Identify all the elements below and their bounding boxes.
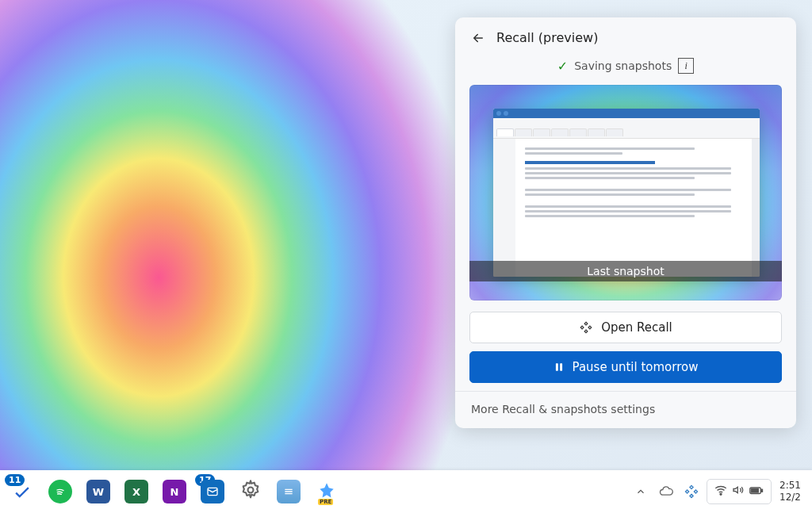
snapshot-window-thumbnail [493,109,760,277]
svg-rect-1 [560,363,562,370]
svg-point-3 [248,488,254,493]
taskbar-word[interactable]: W [81,474,116,509]
copilot-pre-tag: PRE [318,499,333,505]
snapshot-preview[interactable]: Last snapshot [469,85,782,301]
pause-label: Pause until tomorrow [573,360,699,374]
taskbar-copilot[interactable]: PRE [309,474,344,509]
tray-overflow-chevron[interactable] [629,474,653,509]
flyout-header: Recall (preview) [455,30,796,56]
clock-time: 2:51 [779,480,801,492]
taskbar-clock[interactable]: 2:51 12/2 [773,474,807,509]
copilot-icon: PRE [315,480,339,503]
onedrive-icon[interactable] [654,474,678,509]
back-arrow-icon[interactable] [471,31,485,45]
notepad-icon [277,480,301,503]
check-icon: ✓ [557,59,568,74]
todo-badge: 11 [5,474,25,486]
more-settings-link[interactable]: More Recall & snapshots settings [455,392,796,428]
taskbar-notepad[interactable] [271,474,306,509]
flyout-title: Recall (preview) [496,30,598,45]
snapshot-status: ✓ Saving snapshots i [455,56,796,78]
taskbar-onenote[interactable]: N [157,474,192,509]
tray-quick-settings[interactable] [707,479,772,504]
taskbar-spotify[interactable] [43,474,78,509]
svg-rect-7 [761,489,763,492]
recall-icon [579,320,593,335]
taskbar-excel[interactable]: X [119,474,154,509]
open-recall-label: Open Recall [601,320,672,335]
onenote-icon: N [163,480,186,503]
info-icon[interactable]: i [678,58,694,74]
taskbar-todo[interactable]: 11 [5,474,40,509]
gear-icon [239,479,262,504]
taskbar: 11 W X N 17 [0,470,812,513]
open-recall-button[interactable]: Open Recall [469,312,782,343]
battery-icon [749,483,764,500]
volume-icon [731,483,745,500]
excel-icon: X [124,480,148,503]
status-text: Saving snapshots [574,59,672,72]
pause-icon [553,362,565,373]
wifi-icon [714,483,728,500]
spotify-icon [48,480,72,503]
pause-button[interactable]: Pause until tomorrow [469,351,782,383]
svg-rect-0 [555,363,557,370]
recall-tray-icon[interactable] [680,474,703,509]
taskbar-settings[interactable] [233,474,268,509]
clock-date: 12/2 [779,492,801,503]
svg-point-4 [720,493,722,495]
outlook-icon [201,480,224,503]
word-icon: W [86,480,110,503]
taskbar-outlook[interactable]: 17 [195,474,230,509]
recall-flyout: Recall (preview) ✓ Saving snapshots i [455,17,796,428]
snapshot-label: Last snapshot [469,261,782,281]
svg-rect-6 [751,489,758,493]
